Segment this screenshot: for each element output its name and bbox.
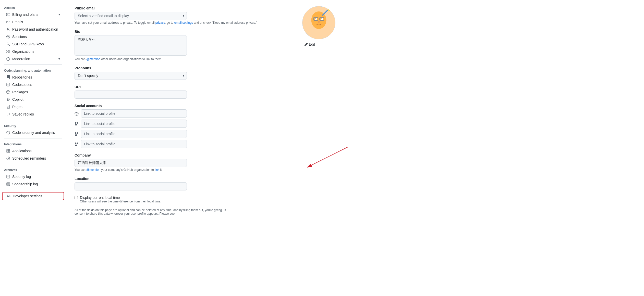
company-note: You can @mention your company's GitHub o… [75,168,288,172]
repositories-icon [6,75,10,79]
svg-rect-23 [8,151,10,152]
privacy-link[interactable]: privacy [155,21,165,24]
svg-rect-2 [7,15,8,15]
location-section: Location [75,177,288,190]
sidebar-item-packages-label: Packages [12,90,28,94]
sessions-icon [6,35,10,39]
social-accounts-section: Social accounts [75,104,288,148]
social-input-4[interactable] [81,140,187,148]
svg-point-5 [8,36,9,37]
pages-icon [6,105,10,109]
social-link-icon-3 [75,132,79,136]
sidebar-item-packages[interactable]: Packages [2,88,64,96]
sidebar-item-applications[interactable]: Applications [2,147,64,155]
public-email-select[interactable]: Select a verified email to display [75,12,187,20]
social-input-1[interactable] [81,109,187,118]
sidebar-item-repositories[interactable]: Repositories [2,74,64,81]
sidebar-section-dev: Developer settings [0,192,66,200]
organizations-icon [6,49,10,54]
company-input[interactable]: 江西科技师范大学 [75,159,187,167]
sidebar-section-label-security: Security [0,122,66,129]
svg-rect-8 [7,52,8,53]
sidebar-item-moderation[interactable]: Moderation ▾ [2,55,64,62]
sidebar-item-saved-replies-label: Saved replies [12,112,34,116]
location-input[interactable] [75,182,187,190]
local-time-checkbox[interactable] [75,196,78,199]
sidebar-item-codespaces-label: Codespaces [12,83,32,87]
emails-icon [6,20,10,24]
sidebar-section-label-access: Access [0,4,66,11]
svg-rect-21 [8,149,10,151]
edit-avatar-button[interactable]: Edit [302,41,317,47]
sidebar-item-codespaces[interactable]: Codespaces [2,81,64,88]
bio-textarea[interactable]: 在校大学生 [75,35,187,56]
url-input[interactable] [75,91,187,99]
sidebar-section-label-integrations: Integrations [0,140,66,147]
sidebar-section-archives: Archives Security log Sponsorship log [0,166,66,188]
billing-chevron: ▾ [58,13,60,16]
svg-rect-0 [6,13,10,16]
password-icon [6,27,10,31]
svg-point-42 [318,21,320,23]
sidebar-item-code-security[interactable]: Code security and analysis [2,129,64,136]
sidebar-item-saved-replies[interactable]: Saved replies [2,111,64,118]
annotation-arrow [302,144,353,170]
main-content: Public email Select a verified email to … [66,0,296,296]
pronouns-select[interactable]: Don't specify they/them she/her he/him C… [75,72,187,80]
public-email-section: Public email Select a verified email to … [75,6,288,24]
codespaces-icon [6,83,10,87]
sidebar-item-security-log[interactable]: Security log [2,173,64,180]
sidebar-item-copilot[interactable]: Copilot [2,96,64,103]
bio-section: Bio 在校大学生 You can @mention other users a… [75,30,288,61]
social-row-3 [75,130,187,138]
sidebar-item-repositories-label: Repositories [12,75,32,79]
sidebar-section-access: Access Billing and plans ▾ Emails Passwo… [0,4,66,62]
svg-rect-7 [8,50,10,51]
sidebar-item-ssh[interactable]: SSH and GPG keys [2,41,64,48]
social-input-3[interactable] [81,130,187,138]
right-panel: Edit [296,0,359,296]
sidebar-item-ssh-label: SSH and GPG keys [12,42,44,46]
sponsorship-log-icon [6,182,10,186]
svg-line-46 [307,147,348,167]
sidebar-item-password[interactable]: Password and authentication [2,26,64,33]
email-settings-link[interactable]: email settings [174,21,193,24]
pronouns-section: Pronouns Don't specify they/them she/her… [75,66,288,80]
sidebar-item-sessions[interactable]: Sessions [2,33,64,40]
sidebar-item-code-security-label: Code security and analysis [12,131,55,135]
sidebar-item-copilot-label: Copilot [12,97,23,101]
company-label: Company [75,153,288,157]
svg-point-37 [315,18,316,19]
edit-pencil-icon [304,43,308,46]
sidebar-item-emails[interactable]: Emails [2,18,64,25]
code-security-icon [6,131,10,135]
packages-icon [6,90,10,94]
pronouns-select-wrapper: Don't specify they/them she/her he/him C… [75,72,187,80]
sidebar-item-organizations[interactable]: Organizations [2,48,64,55]
local-time-label[interactable]: Display current local time [80,196,120,200]
sidebar-item-billing-label: Billing and plans [12,12,38,17]
sidebar-item-scheduled-reminders-label: Scheduled reminders [12,156,46,160]
location-label: Location [75,177,288,181]
company-link[interactable]: link [155,168,159,172]
sidebar-item-billing[interactable]: Billing and plans ▾ [2,11,64,18]
social-input-2[interactable] [81,120,187,128]
sidebar-item-scheduled-reminders[interactable]: Scheduled reminders [2,155,64,162]
sidebar-item-pages[interactable]: Pages [2,103,64,110]
edit-avatar-label: Edit [309,42,315,46]
svg-rect-28 [7,183,10,186]
sidebar-item-sponsorship-log[interactable]: Sponsorship log [2,181,64,188]
bio-note: You can @mention other users and organiz… [75,57,288,61]
social-row-4 [75,140,187,148]
pronouns-label: Pronouns [75,66,288,70]
arrow-svg [302,144,353,170]
moderation-icon [6,57,10,61]
sidebar-item-developer-settings[interactable]: Developer settings [2,192,64,200]
sidebar-item-developer-settings-label: Developer settings [13,194,42,198]
svg-point-38 [321,18,322,19]
billing-icon [6,12,10,17]
svg-point-14 [7,99,8,99]
svg-rect-22 [7,151,8,152]
avatar-container: Edit [302,6,341,47]
sidebar-item-password-label: Password and authentication [12,27,58,31]
